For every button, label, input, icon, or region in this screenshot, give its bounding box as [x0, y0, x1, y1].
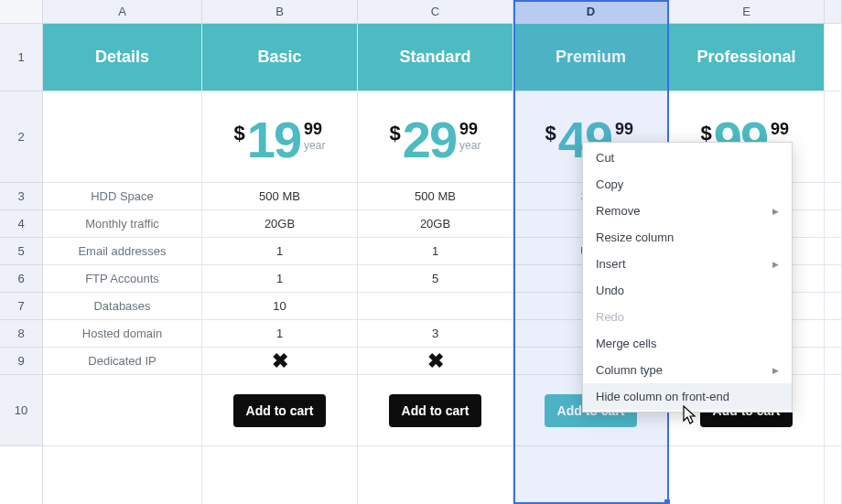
cell-gap	[825, 210, 842, 238]
context-resize-label: Resize column	[596, 231, 674, 244]
feature-domain-standard[interactable]: 3	[358, 320, 513, 348]
feature-ftp-label[interactable]: FTP Accounts	[43, 265, 202, 293]
row-header-9[interactable]: 9	[0, 348, 43, 375]
context-remove-label: Remove	[596, 204, 640, 218]
spreadsheet[interactable]: A B C D E 1 2 3 4 5 6 7 8 9 10 Details B…	[0, 0, 842, 504]
feature-domain-basic[interactable]: 1	[202, 320, 358, 348]
context-redo: Redo	[583, 304, 792, 330]
col-header-gap	[825, 0, 842, 24]
cell-gap	[825, 265, 842, 293]
feature-domain-label[interactable]: Hosted domain	[43, 320, 202, 348]
dollar-icon: $	[545, 122, 556, 145]
context-menu: Cut Copy Remove▶ Resize column Insert▶ U…	[582, 142, 793, 413]
head-basic[interactable]: Basic	[202, 24, 358, 91]
feature-db-label[interactable]: Databases	[43, 293, 202, 320]
row-header-2[interactable]: 2	[0, 91, 43, 183]
context-hide-label: Hide column on front-end	[596, 390, 729, 403]
row-header-6[interactable]: 6	[0, 265, 43, 293]
corner-cell[interactable]	[0, 0, 43, 24]
row-headers: 1 2 3 4 5 6 7 8 9 10	[0, 24, 43, 504]
context-insert[interactable]: Insert▶	[583, 251, 792, 277]
col-header-c[interactable]: C	[358, 0, 513, 24]
row-header-1[interactable]: 1	[0, 24, 43, 91]
cell-blank	[358, 446, 513, 504]
row-header-10[interactable]: 10	[0, 375, 43, 446]
col-header-d[interactable]: D	[513, 0, 669, 24]
row-header-8[interactable]: 8	[0, 320, 43, 348]
cell-a10[interactable]	[43, 375, 202, 446]
feature-ip-label[interactable]: Dedicated IP	[43, 348, 202, 375]
price-standard-period: year	[459, 139, 480, 152]
price-premium-cents: 99	[615, 120, 636, 139]
cell-gap	[825, 320, 842, 348]
cell-b10[interactable]: Add to cart	[202, 375, 358, 446]
context-cut[interactable]: Cut	[583, 145, 792, 171]
price-standard-main: 29	[403, 114, 456, 166]
feature-ftp-standard[interactable]: 5	[358, 265, 513, 293]
feature-db-standard[interactable]	[358, 293, 513, 320]
cell-a2[interactable]	[43, 91, 202, 183]
col-header-a[interactable]: A	[43, 0, 202, 24]
cell-gap	[825, 348, 842, 375]
feature-hdd-basic[interactable]: 500 MB	[202, 183, 358, 210]
col-header-e[interactable]: E	[669, 0, 825, 24]
row-header-7[interactable]: 7	[0, 293, 43, 320]
context-copy-label: Copy	[596, 177, 623, 191]
head-standard[interactable]: Standard	[358, 24, 513, 91]
col-header-b[interactable]: B	[202, 0, 358, 24]
context-hide-column[interactable]: Hide column on front-end	[583, 383, 792, 410]
context-remove[interactable]: Remove▶	[583, 198, 792, 224]
cell-gap	[825, 446, 842, 504]
cell-gap	[825, 183, 842, 210]
chevron-right-icon: ▶	[772, 260, 779, 269]
price-basic[interactable]: $ 19 99 year	[202, 91, 358, 183]
row-header-blank	[0, 446, 43, 504]
price-standard-cents: 99	[459, 120, 480, 139]
cell-gap	[825, 293, 842, 320]
feature-db-basic[interactable]: 10	[202, 293, 358, 320]
add-to-cart-basic-button[interactable]: Add to cart	[233, 394, 327, 427]
feature-traffic-basic[interactable]: 20GB	[202, 210, 358, 238]
row-header-3[interactable]: 3	[0, 183, 43, 210]
cell-gap	[825, 91, 842, 183]
cell-blank	[202, 446, 358, 504]
context-column-type[interactable]: Column type▶	[583, 357, 792, 383]
chevron-right-icon: ▶	[772, 207, 779, 216]
price-basic-main: 19	[247, 114, 300, 166]
feature-ip-basic[interactable]: ✖	[202, 348, 358, 375]
head-details[interactable]: Details	[43, 24, 202, 91]
feature-ftp-basic[interactable]: 1	[202, 265, 358, 293]
price-professional-cents: 99	[771, 120, 792, 139]
row-header-4[interactable]: 4	[0, 210, 43, 238]
add-to-cart-standard-button[interactable]: Add to cart	[389, 394, 482, 427]
feature-email-basic[interactable]: 1	[202, 238, 358, 265]
context-cut-label: Cut	[596, 151, 614, 165]
cell-gap	[825, 238, 842, 265]
price-basic-cents: 99	[304, 120, 325, 139]
cross-icon: ✖	[427, 349, 444, 373]
cell-blank	[513, 446, 669, 504]
dollar-icon: $	[390, 122, 401, 145]
feature-ip-standard[interactable]: ✖	[358, 348, 513, 375]
context-coltype-label: Column type	[596, 363, 663, 377]
feature-traffic-label[interactable]: Monthly traffic	[43, 210, 202, 238]
cell-blank	[43, 446, 202, 504]
cell-gap	[825, 375, 842, 446]
context-merge-cells[interactable]: Merge cells	[583, 330, 792, 357]
context-resize-column[interactable]: Resize column	[583, 224, 792, 251]
feature-hdd-label[interactable]: HDD Space	[43, 183, 202, 210]
feature-traffic-standard[interactable]: 20GB	[358, 210, 513, 238]
context-merge-label: Merge cells	[596, 337, 656, 350]
context-undo[interactable]: Undo	[583, 277, 792, 304]
price-standard[interactable]: $ 29 99 year	[358, 91, 513, 183]
cell-c10[interactable]: Add to cart	[358, 375, 513, 446]
feature-email-standard[interactable]: 1	[358, 238, 513, 265]
context-copy[interactable]: Copy	[583, 171, 792, 198]
cell-blank	[669, 446, 825, 504]
feature-email-label[interactable]: Email addresses	[43, 238, 202, 265]
feature-hdd-standard[interactable]: 500 MB	[358, 183, 513, 210]
head-professional[interactable]: Professional	[669, 24, 825, 91]
row-header-5[interactable]: 5	[0, 238, 43, 265]
context-insert-label: Insert	[596, 257, 626, 271]
head-premium[interactable]: Premium	[513, 24, 669, 91]
